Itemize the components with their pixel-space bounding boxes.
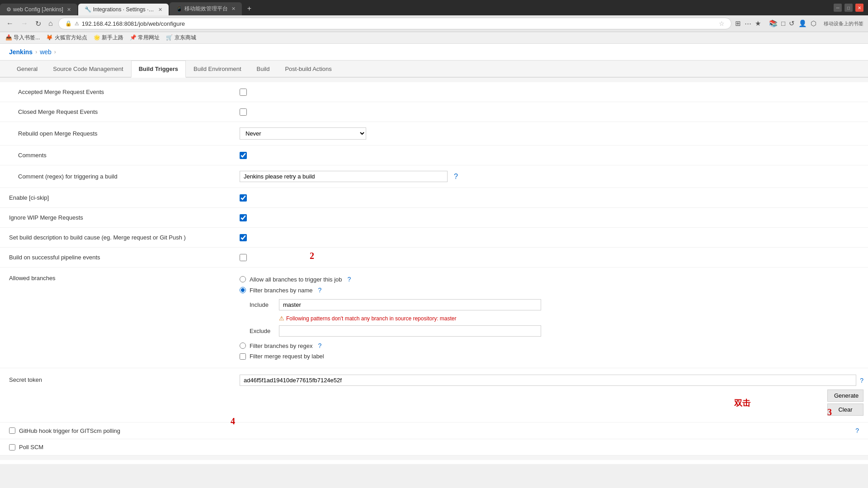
bookmark-newuser[interactable]: 🌟 新手上路 — [94, 34, 123, 42]
breadcrumb-jenkins[interactable]: Jenkins — [9, 48, 33, 56]
forward-button[interactable]: → — [19, 19, 30, 28]
secret-token-help[interactable]: ? — [860, 377, 863, 384]
comments-checkbox[interactable] — [240, 152, 247, 159]
jenkins-app: Jenkins › web › General Source Code Mana… — [0, 44, 868, 464]
lock-icon: 🔒 — [65, 20, 72, 27]
browser-chrome: ⚙ web Config [Jenkins] ✕ 🔧 Integrations … — [0, 0, 868, 44]
row-build-description: Set build description to build cause (eg… — [0, 228, 868, 248]
tab2-close[interactable]: ✕ — [158, 7, 162, 13]
filter-merge-label-checkbox[interactable] — [240, 353, 246, 360]
ignore-wip-checkbox[interactable] — [240, 214, 247, 221]
comment-regex-label: Comment (regex) for triggering a build — [18, 173, 118, 180]
exclude-input[interactable] — [279, 325, 541, 337]
row-github-hook: GitHub hook trigger for GITScm polling ? — [0, 422, 868, 439]
filter-by-name-help[interactable]: ? — [318, 286, 321, 294]
tab-general[interactable]: General — [9, 61, 45, 78]
github-hook-help[interactable]: ? — [855, 427, 859, 434]
bookmarks-bar: 📥 导入书签... 🦊 火狐官方站点 🌟 新手上路 📌 常用网址 🛒 京东商城 — [0, 32, 868, 44]
filter-by-regex-label: Filter branches by regex — [250, 343, 312, 349]
accepted-merge-label: Accepted Merge Request Events — [18, 89, 104, 95]
new-tab-button[interactable]: + — [243, 2, 256, 15]
include-input[interactable] — [279, 299, 541, 310]
sync-icon[interactable]: ↺ — [789, 19, 795, 28]
tab-build-environment[interactable]: Build Environment — [186, 61, 249, 78]
home-button[interactable]: ⌂ — [47, 19, 55, 28]
ci-skip-checkbox[interactable] — [240, 194, 247, 202]
github-hook-label: GitHub hook trigger for GITScm polling — [19, 427, 120, 434]
maximize-button[interactable]: □ — [844, 4, 853, 12]
comment-regex-help[interactable]: ? — [454, 173, 458, 181]
row-ignore-wip: Ignore WIP Merge Requests — [0, 208, 868, 228]
row-pipeline-build: Build on successful pipeline events — [0, 248, 868, 267]
tab-build-triggers[interactable]: Build Triggers — [131, 61, 186, 78]
build-desc-checkbox[interactable] — [240, 234, 247, 241]
radio-filter-by-name[interactable] — [240, 287, 246, 293]
address-bar[interactable]: 🔒 ⚠ 192.168.42.168:8081/job/web/configur… — [58, 18, 731, 29]
mobile-bookmarks-label: 移动设备上的书签 — [824, 20, 863, 27]
back-button[interactable]: ← — [5, 19, 15, 28]
row-comments: Comments — [0, 145, 868, 165]
account-icon[interactable]: 👤 — [798, 19, 807, 28]
extensions2-icon[interactable]: ⬡ — [811, 19, 816, 28]
tab-post-build[interactable]: Post-build Actions — [277, 61, 339, 78]
minimize-button[interactable]: ─ — [834, 4, 842, 12]
nav-bar: ← → ↻ ⌂ 🔒 ⚠ 192.168.42.168:8081/job/web/… — [0, 15, 868, 32]
filter-by-name-label: Filter branches by name — [250, 287, 312, 294]
star-icon[interactable]: ★ — [755, 19, 761, 28]
row-secret-token: Secret token ? Generate Clear 双击 — [0, 368, 868, 422]
jenkins-header: Jenkins › web › — [0, 44, 868, 61]
pipeline-build-label: Build on successful pipeline events — [9, 254, 100, 261]
clear-button[interactable]: Clear — [827, 404, 863, 416]
poll-scm-checkbox[interactable] — [9, 444, 15, 450]
sidebar-icon[interactable]: □ — [781, 19, 785, 28]
secret-token-label: Secret token — [9, 376, 42, 383]
pipeline-build-checkbox[interactable] — [240, 254, 247, 261]
accepted-merge-checkbox[interactable] — [240, 89, 247, 96]
github-hook-checkbox[interactable] — [9, 427, 15, 434]
exclude-label: Exclude — [250, 328, 274, 334]
bookmark-firefox[interactable]: 🦊 火狐官方站点 — [46, 34, 87, 42]
menu-dots-icon[interactable]: ⋯ — [745, 19, 751, 28]
tab-source-code[interactable]: Source Code Management — [45, 61, 131, 78]
url-text: 192.168.42.168:8081/job/web/configure — [82, 20, 716, 27]
bookmark-common[interactable]: 📌 常用网址 — [130, 34, 160, 42]
breadcrumb-sep1: › — [35, 49, 37, 55]
bookmark-star[interactable]: ☆ — [719, 20, 725, 27]
bookmark-import[interactable]: 📥 导入书签... — [5, 34, 40, 42]
closed-merge-checkbox[interactable] — [240, 108, 247, 116]
tab1-title: web Config [Jenkins] — [13, 6, 63, 13]
address-icon: ⚠ — [75, 21, 79, 27]
config-tabs: General Source Code Management Build Tri… — [0, 61, 868, 78]
warning-message: Following patterns don't match any branc… — [286, 315, 456, 322]
secret-token-input[interactable] — [240, 375, 856, 386]
config-content: Accepted Merge Request Events Closed Mer… — [0, 78, 868, 460]
radio-all-branches[interactable] — [240, 276, 246, 282]
extensions-icon[interactable]: ⊞ — [735, 19, 741, 28]
refresh-button[interactable]: ↻ — [33, 19, 43, 29]
all-branches-label: Allow all branches to trigger this job — [250, 276, 342, 283]
comments-label: Comments — [18, 152, 47, 159]
comment-regex-input[interactable] — [240, 171, 448, 182]
include-label: Include — [250, 301, 274, 308]
rebuild-merge-select[interactable]: Never On push to source branch On push t… — [240, 127, 366, 140]
generate-button[interactable]: Generate — [827, 389, 863, 402]
all-branches-help[interactable]: ? — [348, 276, 351, 283]
row-comment-regex: Comment (regex) for triggering a build ? — [0, 165, 868, 188]
row-ci-skip: Enable [ci-skip] — [0, 188, 868, 208]
browser-tab-3[interactable]: 📱 移动能效管理平台 ✕ — [170, 2, 242, 15]
tab1-close[interactable]: ✕ — [67, 7, 71, 13]
tab-build[interactable]: Build — [249, 61, 278, 78]
breadcrumb-web[interactable]: web — [40, 48, 52, 56]
bookmark-jd[interactable]: 🛒 京东商城 — [166, 34, 196, 42]
poll-scm-label: Poll SCM — [19, 444, 43, 450]
library-icon[interactable]: 📚 — [769, 19, 778, 28]
row-poll-scm: Poll SCM — [0, 439, 868, 455]
ci-skip-label: Enable [ci-skip] — [9, 194, 49, 201]
radio-filter-by-regex[interactable] — [240, 343, 246, 349]
breadcrumb-sep2: › — [54, 49, 56, 55]
browser-tab-1[interactable]: ⚙ web Config [Jenkins] ✕ — [0, 4, 77, 15]
browser-tab-2[interactable]: 🔧 Integrations · Settings · dev / we... … — [78, 4, 169, 15]
tab3-close[interactable]: ✕ — [231, 6, 236, 12]
close-button[interactable]: ✕ — [855, 4, 863, 12]
filter-by-regex-help[interactable]: ? — [318, 342, 321, 349]
